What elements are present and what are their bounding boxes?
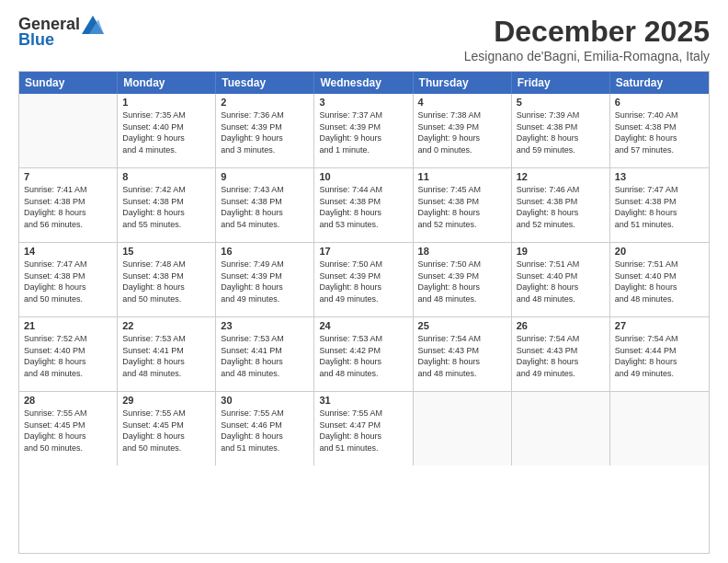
cell-line: and 48 minutes. <box>221 368 309 380</box>
cell-line: Daylight: 9 hours <box>221 132 309 144</box>
logo-icon <box>82 16 104 34</box>
cell-line: and 57 minutes. <box>615 144 704 156</box>
cell-line: Sunset: 4:38 PM <box>517 196 605 208</box>
cell-line: Sunrise: 7:40 AM <box>615 109 704 121</box>
day-number: 2 <box>221 97 309 108</box>
cell-line: Sunrise: 7:52 AM <box>24 333 112 345</box>
calendar-cell-15: 15Sunrise: 7:48 AMSunset: 4:38 PMDayligh… <box>118 243 216 316</box>
cell-line: and 48 minutes. <box>122 368 210 380</box>
calendar-cell-21: 21Sunrise: 7:52 AMSunset: 4:40 PMDayligh… <box>19 317 118 391</box>
cell-line: Daylight: 8 hours <box>24 431 112 442</box>
day-number: 14 <box>24 246 112 257</box>
cell-line: and 48 minutes. <box>24 368 112 380</box>
cell-line: and 59 minutes. <box>517 144 605 156</box>
calendar-row-3: 14Sunrise: 7:47 AMSunset: 4:38 PMDayligh… <box>19 243 709 317</box>
calendar-header-monday: Monday <box>118 72 216 94</box>
day-number: 5 <box>517 97 605 108</box>
calendar-cell-10: 10Sunrise: 7:44 AMSunset: 4:38 PMDayligh… <box>314 168 413 242</box>
cell-line: Daylight: 8 hours <box>122 356 210 368</box>
cell-line: Daylight: 8 hours <box>418 356 506 368</box>
cell-line: Sunset: 4:39 PM <box>319 270 407 282</box>
header: General Blue December 2025 Lesignano de'… <box>18 15 710 63</box>
cell-line: Sunrise: 7:50 AM <box>418 259 506 270</box>
cell-line: and 51 minutes. <box>221 442 309 454</box>
cell-line: Sunset: 4:41 PM <box>221 345 309 357</box>
calendar-header-friday: Friday <box>512 72 610 94</box>
day-number: 16 <box>221 246 309 257</box>
cell-line: and 1 minute. <box>319 144 407 156</box>
day-number: 4 <box>418 97 506 108</box>
cell-line: Sunrise: 7:41 AM <box>24 184 112 196</box>
cell-line: and 51 minutes. <box>615 219 704 231</box>
day-number: 20 <box>615 246 704 257</box>
cell-line: and 50 minutes. <box>122 442 210 454</box>
cell-line: Daylight: 8 hours <box>319 207 407 219</box>
cell-line: Sunset: 4:46 PM <box>221 419 309 431</box>
cell-line: Daylight: 8 hours <box>319 282 407 293</box>
cell-line: Sunrise: 7:43 AM <box>221 184 309 196</box>
cell-line: Sunrise: 7:53 AM <box>122 333 210 345</box>
cell-line: Sunset: 4:38 PM <box>24 196 112 208</box>
day-number: 19 <box>517 246 605 257</box>
calendar-cell-18: 18Sunrise: 7:50 AMSunset: 4:39 PMDayligh… <box>414 243 512 316</box>
calendar-cell-31: 31Sunrise: 7:55 AMSunset: 4:47 PMDayligh… <box>314 392 413 465</box>
cell-line: and 48 minutes. <box>418 293 506 305</box>
day-number: 7 <box>24 171 112 182</box>
day-number: 17 <box>319 246 407 257</box>
cell-line: Sunset: 4:41 PM <box>122 345 210 357</box>
cell-line: Daylight: 9 hours <box>122 132 210 144</box>
cell-line: and 55 minutes. <box>122 219 210 231</box>
cell-line: Sunset: 4:40 PM <box>517 270 605 282</box>
calendar-header-wednesday: Wednesday <box>314 72 413 94</box>
day-number: 26 <box>517 320 605 331</box>
title-section: December 2025 Lesignano de'Bagni, Emilia… <box>464 15 710 63</box>
calendar-cell-6: 6Sunrise: 7:40 AMSunset: 4:38 PMDaylight… <box>610 94 709 167</box>
cell-line: and 48 minutes. <box>517 293 605 305</box>
day-number: 31 <box>319 395 407 406</box>
cell-line: Sunset: 4:39 PM <box>418 270 506 282</box>
calendar-cell-empty-0 <box>19 94 118 167</box>
cell-line: Sunset: 4:38 PM <box>319 196 407 208</box>
cell-line: and 52 minutes. <box>517 219 605 231</box>
calendar-body: 1Sunrise: 7:35 AMSunset: 4:40 PMDaylight… <box>19 94 709 465</box>
cell-line: Sunrise: 7:47 AM <box>615 184 704 196</box>
cell-line: Sunset: 4:45 PM <box>24 419 112 431</box>
cell-line: Sunrise: 7:51 AM <box>517 259 605 270</box>
calendar-cell-4: 4Sunrise: 7:38 AMSunset: 4:39 PMDaylight… <box>414 94 512 167</box>
cell-line: and 49 minutes. <box>615 368 704 380</box>
cell-line: Sunrise: 7:53 AM <box>221 333 309 345</box>
cell-line: Sunset: 4:43 PM <box>418 345 506 357</box>
page: General Blue December 2025 Lesignano de'… <box>0 0 728 563</box>
cell-line: and 54 minutes. <box>221 219 309 231</box>
cell-line: Sunrise: 7:46 AM <box>517 184 605 196</box>
calendar-cell-17: 17Sunrise: 7:50 AMSunset: 4:39 PMDayligh… <box>314 243 413 316</box>
cell-line: Sunset: 4:38 PM <box>122 270 210 282</box>
day-number: 10 <box>319 171 407 182</box>
cell-line: Daylight: 8 hours <box>221 207 309 219</box>
cell-line: and 51 minutes. <box>319 442 407 454</box>
cell-line: Daylight: 8 hours <box>517 132 605 144</box>
cell-line: and 50 minutes. <box>24 442 112 454</box>
cell-line: Sunrise: 7:45 AM <box>418 184 506 196</box>
calendar-header-thursday: Thursday <box>414 72 512 94</box>
cell-line: and 49 minutes. <box>221 293 309 305</box>
cell-line: Sunset: 4:39 PM <box>418 121 506 133</box>
calendar-row-5: 28Sunrise: 7:55 AMSunset: 4:45 PMDayligh… <box>19 392 709 465</box>
cell-line: Daylight: 8 hours <box>221 282 309 293</box>
day-number: 1 <box>122 97 210 108</box>
cell-line: Sunset: 4:38 PM <box>122 196 210 208</box>
cell-line: Daylight: 8 hours <box>221 431 309 442</box>
calendar-cell-empty-4 <box>414 392 512 465</box>
day-number: 12 <box>517 171 605 182</box>
day-number: 9 <box>221 171 309 182</box>
cell-line: Daylight: 8 hours <box>122 282 210 293</box>
cell-line: Sunset: 4:38 PM <box>615 121 704 133</box>
cell-line: Daylight: 8 hours <box>122 207 210 219</box>
cell-line: Sunrise: 7:35 AM <box>122 109 210 121</box>
cell-line: Sunrise: 7:53 AM <box>319 333 407 345</box>
calendar-header-row: SundayMondayTuesdayWednesdayThursdayFrid… <box>19 72 709 94</box>
cell-line: and 49 minutes. <box>517 368 605 380</box>
cell-line: Daylight: 8 hours <box>319 356 407 368</box>
calendar-header-tuesday: Tuesday <box>216 72 314 94</box>
calendar-cell-11: 11Sunrise: 7:45 AMSunset: 4:38 PMDayligh… <box>414 168 512 242</box>
